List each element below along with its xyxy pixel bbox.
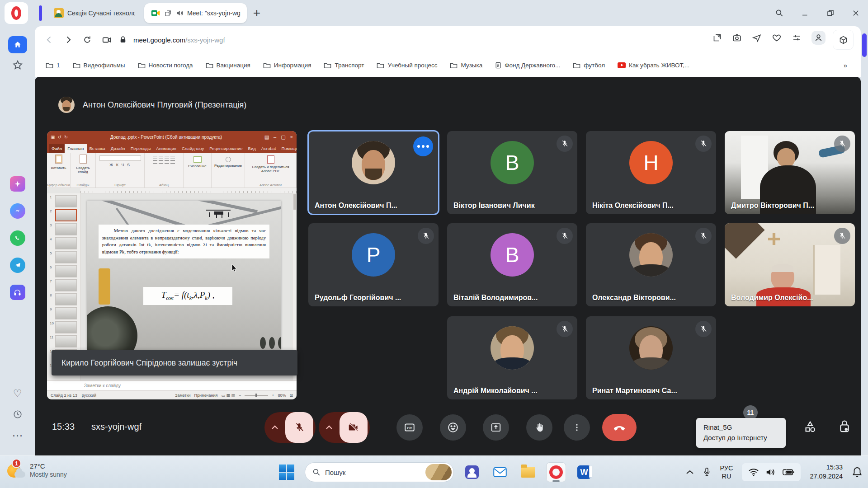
taskbar-mail[interactable] xyxy=(490,462,510,482)
ppt-group-clipboard[interactable]: Вставить Буфер обмена xyxy=(47,153,71,188)
tray-chevron-icon[interactable] xyxy=(686,469,694,475)
raise-hand-button[interactable] xyxy=(526,414,552,441)
start-button[interactable] xyxy=(277,462,297,482)
notifications-bell-icon[interactable] xyxy=(852,466,863,478)
reload-button[interactable] xyxy=(83,35,92,44)
ppt-tab[interactable]: Рецензирование xyxy=(207,144,245,153)
participant-tile[interactable]: Дмитро Вікторович П... xyxy=(725,131,855,214)
mic-muted-button[interactable] xyxy=(285,412,313,443)
ppt-group-slides[interactable]: Создать слайд Слайды xyxy=(71,153,96,188)
sidebar-likes-button[interactable]: ♡ xyxy=(13,388,22,399)
slide-thumbnail-selected[interactable]: 2 xyxy=(50,209,78,221)
slide-thumbnail[interactable]: 4 xyxy=(50,237,78,249)
ppt-tab[interactable]: Вид xyxy=(245,144,259,153)
extensions-button[interactable] xyxy=(833,30,854,50)
ppt-tab-home[interactable]: Главная xyxy=(65,144,86,153)
slide-thumbnail[interactable]: 7 xyxy=(50,279,78,291)
easy-setup-icon[interactable] xyxy=(792,33,802,42)
close-button[interactable] xyxy=(852,9,860,17)
tab-meet[interactable]: Meet: "sxs-yojn-wg xyxy=(144,3,247,23)
sidebar-whatsapp-button[interactable] xyxy=(10,230,25,246)
tab-classroom[interactable]: Секція Сучасні технологі xyxy=(47,3,142,23)
slide-thumbnail[interactable]: 11 xyxy=(50,335,78,347)
ppt-zoom-level[interactable]: 80% xyxy=(278,393,286,398)
new-tab-button[interactable]: + xyxy=(253,7,260,19)
participant-tile[interactable]: Андрій Миколайович ... xyxy=(447,316,577,399)
back-button[interactable] xyxy=(45,35,54,44)
ppt-quick-access-toolbar[interactable]: ▣↺↻ xyxy=(51,135,68,140)
popup-window-icon[interactable] xyxy=(164,9,172,17)
taskbar-search[interactable]: Пошук xyxy=(305,462,454,482)
ppt-comments-toggle[interactable]: Примечания xyxy=(194,393,217,398)
sidebar-aria-button[interactable] xyxy=(10,176,25,192)
forward-button[interactable] xyxy=(64,35,73,44)
ppt-tab[interactable]: Дизайн xyxy=(108,144,128,153)
bookmarks-overflow-button[interactable]: » xyxy=(844,61,847,69)
scrollbar-thumb[interactable] xyxy=(862,33,867,57)
ppt-zoom-slider[interactable] xyxy=(245,395,268,396)
snapshot-camera-icon[interactable] xyxy=(732,33,742,42)
ppt-group-editing[interactable]: Редактирование xyxy=(212,153,245,188)
participant-tile[interactable]: Антон Олексійович П... xyxy=(308,131,439,214)
ppt-group-adobe[interactable]: Создать и поделиться Adobe PDF Adobe Acr… xyxy=(245,153,297,188)
ppt-tab[interactable]: Анимация xyxy=(153,144,179,153)
ppt-group-paragraph[interactable]: Абзац xyxy=(145,153,184,188)
quick-settings[interactable] xyxy=(742,463,801,481)
slide-thumbnail[interactable]: 8 xyxy=(50,293,78,305)
taskbar-opera[interactable] xyxy=(546,462,566,482)
sidebar-player-button[interactable] xyxy=(10,285,25,300)
ppt-tab[interactable]: Переходы xyxy=(128,144,154,153)
sidebar-messenger-button[interactable] xyxy=(10,203,25,219)
ppt-view-buttons[interactable]: ▭ ▦ ▥ xyxy=(221,393,235,398)
ppt-language[interactable]: русский xyxy=(82,393,96,398)
ppt-fit-button[interactable]: ⊡ xyxy=(289,393,293,398)
ppt-notes-area[interactable]: Заметки к слайду xyxy=(47,380,297,390)
reactions-button[interactable] xyxy=(440,414,466,441)
ppt-tab-help[interactable]: Помощь xyxy=(279,144,297,153)
bookmark-folder[interactable]: Музыка xyxy=(450,62,482,69)
captions-button[interactable]: CC xyxy=(396,414,423,441)
camera-button-group[interactable] xyxy=(319,412,370,443)
more-options-button[interactable] xyxy=(564,414,590,441)
sidebar-history-button[interactable] xyxy=(13,409,23,419)
search-highlight-image[interactable] xyxy=(425,464,452,480)
participant-tile[interactable]: Ринат Мартинович Са... xyxy=(586,316,716,399)
ppt-tab[interactable]: Acrobat xyxy=(259,144,279,153)
mic-options-chevron[interactable] xyxy=(264,425,285,430)
bookmark-folder[interactable]: футбол xyxy=(573,62,605,69)
bookmark-folder[interactable]: Новости погода xyxy=(138,62,193,69)
sidebar-telegram-button[interactable] xyxy=(10,258,25,273)
ppt-tab[interactable]: Слайд-шоу xyxy=(179,144,207,153)
language-indicator[interactable]: РУС RU xyxy=(720,464,733,480)
profile-button[interactable] xyxy=(811,31,826,45)
send-to-flow-icon[interactable] xyxy=(752,33,762,42)
host-controls-button[interactable] xyxy=(838,419,851,434)
ppt-group-drawing[interactable]: Рисование xyxy=(184,153,212,188)
mic-button-group[interactable] xyxy=(264,412,316,443)
minimize-button[interactable] xyxy=(801,9,809,17)
taskbar-teams[interactable] xyxy=(462,462,482,482)
activities-button[interactable] xyxy=(803,420,817,434)
site-lock-icon[interactable] xyxy=(119,35,127,44)
camera-options-chevron[interactable] xyxy=(319,425,340,430)
ppt-zoom-out[interactable]: − xyxy=(239,393,241,398)
participant-tile[interactable]: Р Рудольф Георгійович ... xyxy=(308,223,439,306)
sidebar-bookmarks-button[interactable] xyxy=(12,60,23,70)
restore-button[interactable] xyxy=(826,9,835,17)
tray-clock[interactable]: 15:33 27.09.2024 xyxy=(810,463,843,481)
camera-in-use-icon[interactable] xyxy=(102,35,112,45)
ppt-tab[interactable]: Вставка xyxy=(87,144,108,153)
tab-audio-icon[interactable] xyxy=(175,9,184,17)
ppt-notes-toggle[interactable]: Заметки xyxy=(175,393,190,398)
tray-mic-icon[interactable] xyxy=(703,467,711,478)
slide-thumbnail[interactable]: 6 xyxy=(50,265,78,277)
bookmark-folder[interactable]: Вакцинация xyxy=(206,62,250,69)
bookmark-folder[interactable]: Учебный процесс xyxy=(377,62,437,69)
participant-tile[interactable]: В Віктор Іванович Личик xyxy=(447,131,577,214)
ppt-group-font[interactable]: Ж К Ч S Шрифт xyxy=(96,153,145,188)
ppt-tab-file[interactable]: Файл xyxy=(49,144,65,153)
taskbar-word[interactable]: W xyxy=(574,462,594,482)
bookmark-page[interactable]: Фонд Державного... xyxy=(495,62,560,69)
ppt-zoom-in[interactable]: + xyxy=(272,393,274,398)
bookmark-folder[interactable]: 1 xyxy=(46,62,60,69)
